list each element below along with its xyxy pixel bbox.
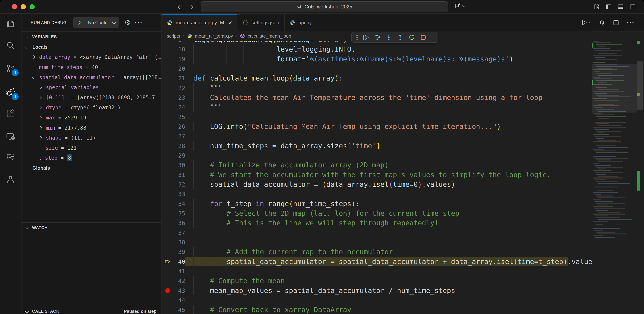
gutter-margin[interactable]: [162, 209, 174, 218]
gutter-margin[interactable]: [162, 267, 174, 276]
code-line[interactable]: 18 level=logging.INFO,: [162, 44, 592, 54]
maximize-window-button[interactable]: [30, 4, 35, 9]
code-line[interactable]: 34 for t_step in range(num_time_steps):: [162, 199, 592, 209]
scope-row[interactable]: Locals: [22, 42, 162, 52]
gutter-margin[interactable]: [162, 228, 174, 238]
code-line[interactable]: 26 LOG.info("Calculating Mean Air Temp u…: [162, 122, 592, 131]
code-line[interactable]: 33: [162, 189, 592, 199]
sidebar-item-run-debug[interactable]: 1: [4, 86, 17, 98]
tab-settings-json[interactable]: {} settings.json: [238, 14, 284, 31]
code-line[interactable]: 43 mean_map_values = spatial_data_accumu…: [162, 286, 592, 296]
code-line[interactable]: 31 # We start the accumulator with the f…: [162, 170, 592, 180]
debug-current-line-icon[interactable]: [162, 257, 174, 267]
gutter-margin[interactable]: [162, 238, 174, 247]
code-line[interactable]: 37: [162, 228, 592, 238]
gutter-margin[interactable]: [162, 102, 174, 112]
code-line[interactable]: 25: [162, 112, 592, 122]
tab-api-py[interactable]: api.py: [284, 14, 317, 31]
split-editor-button[interactable]: [613, 19, 619, 26]
code-line[interactable]: 24 """: [162, 102, 592, 112]
more-actions-icon[interactable]: ···: [626, 19, 635, 26]
tab-mean-air-temp[interactable]: mean_air_temp.py M ×: [162, 14, 238, 31]
close-window-button[interactable]: [12, 4, 17, 9]
variable-row[interactable]: data_array = <xarray.DataArray 'air' (…: [22, 52, 162, 62]
variables-section-header[interactable]: VARIABLES: [22, 31, 162, 42]
gutter-margin[interactable]: [162, 160, 174, 170]
continue-button[interactable]: [360, 32, 372, 42]
step-out-button[interactable]: [394, 32, 406, 42]
code-line[interactable]: 44: [162, 296, 592, 305]
variable-row[interactable]: [0:11] = [array([2183.0898, 2185.7 …: [22, 92, 162, 103]
code-line[interactable]: 23 Calculates the mean Air Temperature a…: [162, 93, 592, 102]
variable-row[interactable]: spatial_data_accumulator = array([[218…: [22, 72, 162, 82]
breadcrumb-item[interactable]: mean_air_temp.py: [195, 33, 233, 39]
gutter-margin[interactable]: [162, 93, 174, 102]
sidebar-item-source-control[interactable]: 1: [4, 62, 17, 75]
code-line[interactable]: 30 # Initialize the accumulator array (2…: [162, 160, 592, 170]
breakpoint-icon[interactable]: [162, 286, 174, 296]
drag-handle[interactable]: [354, 34, 360, 40]
scrollbar-thumb[interactable]: [637, 61, 643, 110]
code-line[interactable]: 27: [162, 131, 592, 141]
chevron-right-icon[interactable]: [38, 85, 42, 89]
step-over-button[interactable]: [372, 32, 383, 42]
gutter-margin[interactable]: [162, 189, 174, 199]
nav-back-button[interactable]: [175, 3, 183, 11]
command-center-search[interactable]: CoE_workshop_2025: [201, 1, 448, 12]
chevron-right-icon[interactable]: [32, 55, 35, 59]
copilot-button[interactable]: [454, 2, 465, 10]
scope-row[interactable]: Globals: [22, 163, 162, 173]
more-actions-icon[interactable]: ···: [135, 19, 143, 26]
toggle-panel-button[interactable]: [617, 3, 624, 11]
gutter-margin[interactable]: [162, 112, 174, 122]
code-line[interactable]: 40 spatial_data_accumulator = spatial_da…: [162, 257, 592, 267]
gutter-margin[interactable]: [162, 218, 174, 228]
breadcrumb-item[interactable]: scripts: [167, 33, 180, 39]
code-line[interactable]: 20: [162, 64, 592, 73]
gutter-margin[interactable]: [162, 296, 174, 305]
code-editor[interactable]: 17logging.basicConfig(encoding='utf-8',1…: [162, 31, 592, 314]
gutter-margin[interactable]: [162, 141, 174, 151]
gutter-margin[interactable]: [162, 170, 174, 180]
variable-row[interactable]: shape = (11, 11): [22, 133, 162, 143]
code-line[interactable]: 22 """: [162, 83, 592, 93]
variable-row[interactable]: max = 2529.19: [22, 112, 162, 123]
chevron-right-icon[interactable]: [38, 126, 42, 129]
customize-layout-button[interactable]: [592, 3, 600, 11]
code-line[interactable]: 29: [162, 151, 592, 160]
gutter-margin[interactable]: [162, 131, 174, 141]
minimap[interactable]: [592, 41, 637, 314]
variable-row[interactable]: special variables: [22, 82, 162, 92]
code-line[interactable]: 39 # Add the current map to the accumula…: [162, 247, 592, 257]
gutter-margin[interactable]: [162, 122, 174, 131]
gear-icon[interactable]: ⚙: [124, 18, 130, 27]
variable-row[interactable]: dtype = dtype('float32'): [22, 103, 162, 113]
toggle-secondary-sidebar-button[interactable]: [629, 3, 636, 11]
restart-button[interactable]: [406, 32, 418, 42]
code-line[interactable]: 45 # Convert back to xarray DataArray: [162, 305, 592, 314]
breadcrumb-item[interactable]: calculate_mean_loop: [248, 33, 291, 39]
variable-row[interactable]: min = 2177.88: [22, 123, 162, 133]
gutter-margin[interactable]: [162, 180, 174, 189]
code-line[interactable]: 21def calculate_mean_loop(data_array):: [162, 73, 592, 83]
close-icon[interactable]: ×: [228, 19, 232, 26]
open-changes-button[interactable]: [598, 19, 606, 26]
gutter-margin[interactable]: [162, 44, 174, 54]
code-line[interactable]: 38: [162, 238, 592, 247]
chevron-right-icon[interactable]: [38, 96, 42, 99]
run-python-file-button[interactable]: [581, 19, 591, 26]
toggle-primary-sidebar-button[interactable]: [605, 3, 612, 11]
chevron-down-icon[interactable]: [25, 45, 28, 49]
variable-row[interactable]: t_step = 8: [22, 153, 162, 163]
sidebar-item-testing[interactable]: [4, 173, 17, 186]
sidebar-item-remote-explorer[interactable]: [4, 130, 17, 143]
gutter-margin[interactable]: [162, 151, 174, 160]
code-line[interactable]: 28 num_time_steps = data_array.sizes['ti…: [162, 141, 592, 151]
sidebar-item-extensions[interactable]: [4, 107, 17, 120]
gutter-margin[interactable]: [162, 305, 174, 314]
code-line[interactable]: 35 # Select the 2D map (lat, lon) for th…: [162, 209, 592, 218]
sidebar-item-explorer[interactable]: [4, 17, 17, 29]
chevron-right-icon[interactable]: [38, 106, 42, 109]
stop-button[interactable]: [418, 32, 429, 42]
sidebar-item-search[interactable]: [4, 39, 17, 51]
